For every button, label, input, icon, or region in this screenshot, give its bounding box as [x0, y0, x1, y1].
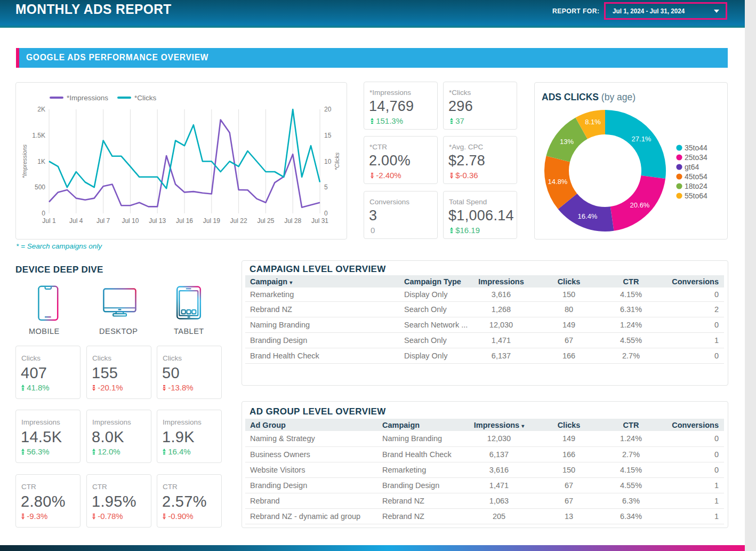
svg-text:Jul 1: Jul 1 [42, 217, 56, 225]
svg-text:Jul 25: Jul 25 [257, 217, 274, 225]
svg-text:Jul 28: Jul 28 [284, 217, 301, 225]
svg-text:5: 5 [324, 183, 328, 191]
svg-text:2K: 2K [37, 106, 45, 113]
svg-text:8.1%: 8.1% [585, 118, 601, 126]
svg-text:35to44: 35to44 [685, 143, 707, 152]
svg-text:20.6%: 20.6% [630, 201, 650, 209]
svg-text:45to54: 45to54 [685, 172, 707, 181]
svg-text:Jul 4: Jul 4 [69, 217, 83, 225]
svg-text:*Clicks: *Clicks [134, 94, 157, 102]
svg-text:18to24: 18to24 [685, 182, 707, 190]
svg-text:15: 15 [324, 132, 332, 139]
svg-text:*Impressions: *Impressions [67, 94, 108, 102]
svg-text:gt64: gt64 [685, 163, 699, 171]
svg-text:Jul 22: Jul 22 [230, 217, 247, 225]
svg-text:Jul 16: Jul 16 [176, 217, 193, 225]
svg-text:1K: 1K [37, 158, 45, 165]
svg-text:500: 500 [35, 183, 45, 191]
svg-text:1.5K: 1.5K [32, 132, 45, 139]
svg-text:13%: 13% [560, 138, 574, 146]
svg-text:*Impressions: *Impressions [21, 144, 28, 178]
svg-text:27.1%: 27.1% [632, 135, 652, 143]
svg-text:0: 0 [324, 210, 328, 217]
svg-text:Jul 13: Jul 13 [149, 217, 166, 225]
svg-text:16.4%: 16.4% [578, 212, 598, 220]
svg-text:14.8%: 14.8% [548, 178, 568, 186]
svg-text:Jul 10: Jul 10 [122, 217, 139, 225]
svg-text:0: 0 [42, 210, 45, 217]
svg-text:10: 10 [324, 158, 332, 165]
svg-text:20: 20 [324, 106, 332, 113]
svg-text:Jul 7: Jul 7 [96, 217, 110, 225]
svg-text:Jul 31: Jul 31 [311, 217, 328, 225]
svg-text:25to34: 25to34 [685, 153, 707, 162]
svg-text:Jul 19: Jul 19 [203, 217, 220, 225]
svg-text:55to64: 55to64 [685, 191, 707, 200]
svg-text:*Clicks: *Clicks [334, 152, 340, 170]
